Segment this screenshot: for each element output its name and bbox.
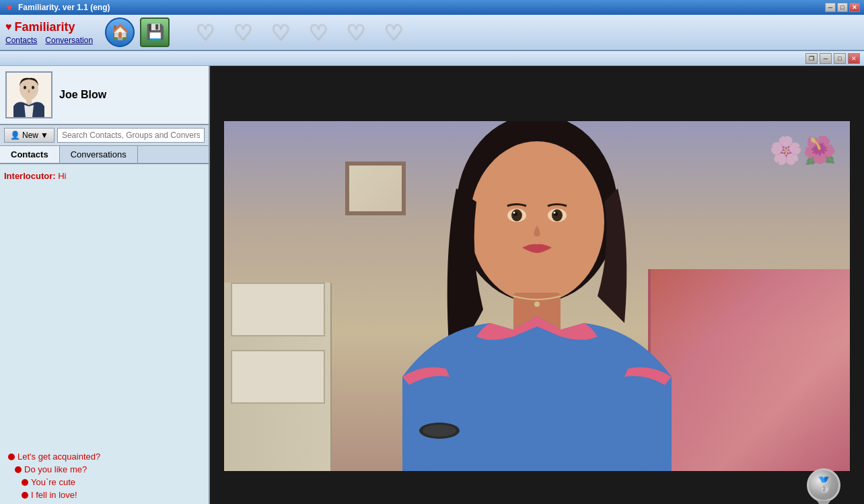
- person-figure: [335, 121, 739, 471]
- avatar-image: [7, 73, 51, 117]
- dresser-drawer: [231, 350, 325, 404]
- new-button[interactable]: 👤 New ▼: [4, 128, 55, 143]
- award-icon: 🥈: [815, 476, 833, 494]
- title-bar: ♥ Familiarity. ver 1.1 (eng) ─ □ ✕: [0, 0, 864, 15]
- suggestion-dot-3: [22, 479, 28, 486]
- app-icon: ♥: [4, 2, 15, 13]
- award-ribbon-left: [817, 501, 830, 504]
- suggestion-text-1: Let's get acquainted?: [17, 452, 100, 462]
- contact-list: Interlocutor: Hi Let's get acquainted? D…: [0, 164, 209, 504]
- heart-button-1[interactable]: ♡: [188, 17, 221, 47]
- suggestion-item-4[interactable]: I fell in love!: [8, 489, 201, 501]
- heart-button-2[interactable]: ♡: [226, 17, 258, 47]
- heart-button-6[interactable]: ♡: [377, 17, 409, 47]
- svg-point-13: [513, 211, 515, 213]
- heart-toolbar: ♡ ♡ ♡ ♡ ♡ ♡: [188, 17, 409, 47]
- suggestion-text-2: Do you like me?: [24, 464, 87, 474]
- heart-button-5[interactable]: ♡: [339, 17, 371, 47]
- tab-contacts[interactable]: Contacts: [0, 146, 60, 163]
- contact-name: Joe Blow: [59, 89, 203, 101]
- minimize-button[interactable]: ─: [825, 3, 836, 12]
- suggestion-item-2[interactable]: Do you like me?: [8, 463, 201, 476]
- save-icon: 💾: [146, 24, 164, 41]
- brand-section: ♥ Familiarity Contacts Conversation: [5, 20, 93, 45]
- sec-close-button[interactable]: ✕: [848, 53, 860, 64]
- suggestion-dot-1: [8, 454, 15, 460]
- suggestion-item-1[interactable]: Let's get acquainted?: [8, 450, 201, 463]
- sec-minimize-button[interactable]: ─: [820, 53, 832, 64]
- nav-save-button[interactable]: 💾: [140, 17, 170, 47]
- suggestion-item-3[interactable]: You`re cute: [8, 476, 201, 489]
- secondary-controls: ❐ ─ □ ✕: [805, 53, 860, 64]
- interlocutor-label: Interlocutor:: [4, 171, 56, 181]
- award-badge: 🥈: [803, 465, 844, 504]
- new-button-label: New: [22, 131, 38, 140]
- home-icon: 🏠: [111, 24, 129, 41]
- right-panel: 🌸🌺: [210, 66, 864, 504]
- suggestion-text-3: You`re cute: [31, 477, 75, 487]
- tabs: Contacts Conversations: [0, 146, 209, 164]
- camera-feed: 🌸🌺: [224, 121, 850, 471]
- tab-conversations[interactable]: Conversations: [60, 146, 138, 163]
- dresser-drawer-2: [231, 283, 325, 336]
- left-panel: Joe Blow 👤 New ▼ Contacts Conversations: [0, 66, 210, 504]
- brand-menu: Contacts Conversation: [5, 36, 93, 45]
- close-button[interactable]: ✕: [849, 3, 860, 12]
- svg-point-2: [24, 86, 26, 89]
- search-input[interactable]: [57, 128, 205, 143]
- nav-home-button[interactable]: 🏠: [105, 17, 135, 47]
- brand-name: Familiarity: [15, 20, 75, 34]
- contact-info: Joe Blow: [59, 89, 203, 101]
- suggestion-dot-2: [15, 466, 22, 473]
- app-title: Familiarity. ver 1.1 (eng): [18, 3, 110, 12]
- wall-decoration: 🌸🌺: [769, 135, 836, 166]
- award-circle: 🥈: [807, 468, 840, 502]
- menu-conversation[interactable]: Conversation: [45, 36, 93, 45]
- heart-button-4[interactable]: ♡: [301, 17, 334, 47]
- interlocutor-value: Hi: [58, 171, 66, 181]
- svg-point-9: [423, 425, 456, 437]
- restore-button[interactable]: □: [837, 3, 848, 12]
- svg-point-6: [470, 141, 604, 303]
- contact-avatar: [5, 71, 52, 118]
- sec-restore-button[interactable]: ❐: [805, 53, 818, 64]
- secondary-bar: ❐ ─ □ ✕: [0, 51, 864, 66]
- suggestion-text-4: I fell in love!: [31, 490, 77, 500]
- new-user-icon: 👤: [10, 131, 20, 140]
- suggestion-dot-4: [22, 492, 28, 499]
- sec-maximize-button[interactable]: □: [834, 53, 846, 64]
- svg-point-17: [554, 211, 556, 213]
- svg-point-18: [534, 301, 540, 307]
- suggestions-list: Let's get acquainted? Do you like me? Yo…: [0, 446, 209, 504]
- menu-bar: ♥ Familiarity Contacts Conversation 🏠 💾 …: [0, 15, 864, 51]
- main-content: Joe Blow 👤 New ▼ Contacts Conversations: [0, 66, 864, 504]
- contact-card: Joe Blow: [0, 66, 209, 125]
- heart-button-3[interactable]: ♡: [264, 17, 296, 47]
- new-dropdown-icon: ▼: [40, 131, 48, 140]
- svg-point-3: [32, 86, 34, 89]
- brand-title: ♥ Familiarity: [5, 20, 93, 34]
- menu-contacts[interactable]: Contacts: [5, 36, 37, 45]
- interlocutor-line: Interlocutor: Hi: [4, 168, 205, 184]
- brand-heart-icon: ♥: [5, 21, 12, 33]
- award-container: 🥈: [807, 468, 840, 502]
- search-bar: 👤 New ▼: [0, 125, 209, 146]
